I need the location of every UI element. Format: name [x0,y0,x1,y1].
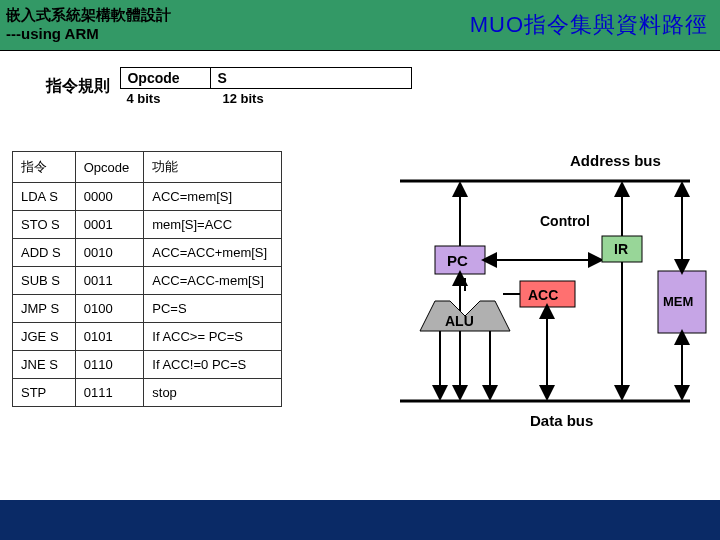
table-row: 指令 Opcode 功能 [13,152,282,183]
block-ir: IR [614,241,628,257]
col-instr: 指令 [13,152,76,183]
cell-instr: ADD S [13,239,76,267]
cell-instr: SUB S [13,267,76,295]
cell-opcode: 0110 [75,351,144,379]
instruction-format-label: 指令規則 [46,76,110,97]
cell-func: stop [144,379,282,407]
course-title-line1: 嵌入式系統架構軟體設計 [6,6,171,23]
cell-instr: JGE S [13,323,76,351]
cell-opcode: 0011 [75,267,144,295]
cell-opcode: 0101 [75,323,144,351]
label-address-bus: Address bus [570,152,661,169]
cell-func: ACC=ACC-mem[S] [144,267,282,295]
field-s: S [211,68,401,88]
block-pc: PC [447,252,468,269]
course-title-line2: ---using ARM [6,25,99,42]
cell-instr: STP [13,379,76,407]
cell-opcode: 0100 [75,295,144,323]
table-row: JNE S 0110 If ACC!=0 PC=S [13,351,282,379]
cell-func: ACC=ACC+mem[S] [144,239,282,267]
table-row: STO S 0001 mem[S]=ACC [13,211,282,239]
cell-instr: JNE S [13,351,76,379]
label-data-bus: Data bus [530,412,593,429]
block-acc: ACC [528,287,558,303]
block-mem: MEM [663,294,693,309]
cell-func: If ACC!=0 PC=S [144,351,282,379]
field-opcode: Opcode [121,68,211,88]
slide-header: 嵌入式系統架構軟體設計 ---using ARM MUO指令集與資料路徑 [0,0,720,51]
cell-instr: JMP S [13,295,76,323]
table-row: ADD S 0010 ACC=ACC+mem[S] [13,239,282,267]
course-title: 嵌入式系統架構軟體設計 ---using ARM [6,6,171,44]
cell-instr: LDA S [13,183,76,211]
datapath-diagram: Address bus Data bus PC ALU ACC [390,141,710,441]
label-control: Control [540,213,590,229]
col-opcode: Opcode [75,152,144,183]
cell-opcode: 0010 [75,239,144,267]
cell-func: If ACC>= PC=S [144,323,282,351]
field-opcode-bits: 4 bits [120,91,216,106]
table-row: STP 0111 stop [13,379,282,407]
slide-footer [0,500,720,540]
cell-opcode: 0000 [75,183,144,211]
table-row: SUB S 0011 ACC=ACC-mem[S] [13,267,282,295]
block-alu: ALU [445,313,474,329]
cell-opcode: 0111 [75,379,144,407]
table-row: JMP S 0100 PC=S [13,295,282,323]
cell-func: mem[S]=ACC [144,211,282,239]
field-s-bits: 12 bits [216,91,412,106]
cell-instr: STO S [13,211,76,239]
table-row: JGE S 0101 If ACC>= PC=S [13,323,282,351]
slide-body: 指令規則 Opcode S 4 bits 12 bits 指令 Opcode 功… [0,51,720,501]
table-row: LDA S 0000 ACC=mem[S] [13,183,282,211]
slide-title: MUO指令集與資料路徑 [470,10,708,40]
instruction-format-box: Opcode S 4 bits 12 bits [120,67,412,106]
instruction-format: 指令規則 Opcode S 4 bits 12 bits [46,67,412,106]
col-func: 功能 [144,152,282,183]
cell-func: ACC=mem[S] [144,183,282,211]
instruction-table: 指令 Opcode 功能 LDA S 0000 ACC=mem[S] STO S… [12,151,282,407]
cell-func: PC=S [144,295,282,323]
cell-opcode: 0001 [75,211,144,239]
